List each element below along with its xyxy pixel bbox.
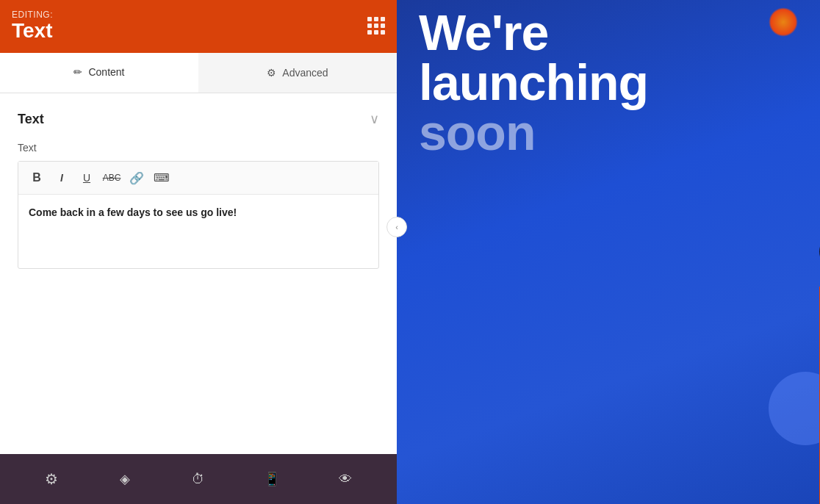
editing-header: EDITING: Text — [0, 0, 397, 53]
editor-content-text[interactable]: Come back in a few days to see us go liv… — [18, 195, 378, 268]
blue-circle-decoration — [769, 372, 820, 445]
tab-content-label: Content — [88, 66, 124, 78]
italic-button[interactable]: I — [51, 168, 73, 188]
editing-label: EDITING: — [12, 10, 53, 20]
text-editor: B I U ABC 🔗 ⌨ Come back in a few days to… — [18, 161, 379, 269]
settings-button[interactable]: ⚙ — [35, 463, 68, 495]
grid-icon[interactable] — [367, 17, 385, 35]
collapse-toggle[interactable]: ‹ — [386, 217, 407, 237]
keyboard-button[interactable]: ⌨ — [151, 168, 173, 188]
editing-title: Text — [12, 20, 53, 43]
section-title: Text — [18, 112, 44, 127]
underline-button[interactable]: U — [76, 168, 98, 188]
preview-button[interactable]: 👁 — [329, 463, 362, 495]
right-panel: We're launching soon B I U ABC 🔗 ≡ ≡ ≡ C… — [397, 0, 820, 504]
chevron-down-icon[interactable]: ∨ — [370, 111, 379, 127]
pencil-icon: ✏ — [73, 66, 82, 78]
tab-content[interactable]: ✏ Content — [0, 53, 198, 93]
mobile-button[interactable]: 📱 — [256, 463, 288, 495]
headline-line3: soon — [419, 107, 798, 157]
history-button[interactable]: ⏱ — [182, 463, 215, 495]
headline-line1: We're — [419, 7, 798, 57]
content-area: Text ∨ Text B I U ABC 🔗 ⌨ Come back in a… — [0, 93, 397, 454]
layers-button[interactable]: ◈ — [109, 463, 141, 495]
sliders-icon: ⚙ — [267, 67, 276, 79]
preview-headline: We're launching soon — [397, 0, 820, 157]
strikethrough-button[interactable]: ABC — [101, 168, 123, 188]
headline-line2: launching — [419, 57, 798, 107]
tabs-row: ✏ Content ⚙ Advanced — [0, 53, 397, 93]
section-header: Text ∨ — [18, 111, 379, 127]
tab-advanced[interactable]: ⚙ Advanced — [198, 53, 397, 93]
editor-toolbar: B I U ABC 🔗 ⌨ — [18, 162, 378, 195]
field-label: Text — [18, 142, 379, 154]
link-button[interactable]: 🔗 — [126, 168, 148, 188]
bold-button[interactable]: B — [26, 168, 48, 188]
bottom-toolbar: ⚙ ◈ ⏱ 📱 👁 — [0, 454, 397, 504]
decoration-circle — [769, 7, 798, 37]
tab-advanced-label: Advanced — [282, 67, 328, 79]
